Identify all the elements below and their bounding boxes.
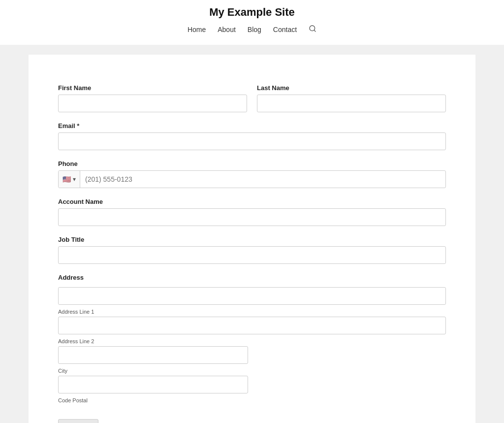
email-required-mark: * xyxy=(77,122,79,130)
phone-wrapper: 🇺🇸 ▾ xyxy=(58,170,446,188)
last-name-group: Last Name xyxy=(257,84,446,112)
address-line2-input[interactable] xyxy=(58,317,446,334)
email-label: Email * xyxy=(58,122,446,130)
submit-button[interactable]: Submit xyxy=(58,419,98,423)
page-content: First Name Last Name Email * Phone xyxy=(21,45,483,423)
address-group: Address Address Line 1 Address Line 2 Ci… xyxy=(58,274,446,405)
contact-form: First Name Last Name Email * Phone xyxy=(58,84,446,423)
last-name-label: Last Name xyxy=(257,84,446,92)
nav-blog[interactable]: Blog xyxy=(248,26,261,33)
phone-dropdown-arrow: ▾ xyxy=(73,176,76,183)
address-line1-sublabel: Address Line 1 xyxy=(58,309,446,315)
postal-sublabel: Code Postal xyxy=(58,397,446,403)
job-title-group: Job Title xyxy=(58,236,446,264)
site-header: My Example Site Home About Blog Contact xyxy=(0,0,504,45)
phone-group: Phone 🇺🇸 ▾ xyxy=(58,160,446,188)
flag-emoji: 🇺🇸 xyxy=(63,175,71,183)
city-sublabel: City xyxy=(58,368,446,374)
site-title: My Example Site xyxy=(0,6,504,19)
first-name-label: First Name xyxy=(58,84,247,92)
svg-line-1 xyxy=(314,30,315,32)
nav-about[interactable]: About xyxy=(218,26,236,33)
phone-flag-selector[interactable]: 🇺🇸 ▾ xyxy=(59,171,80,188)
email-group: Email * xyxy=(58,122,446,150)
search-icon[interactable] xyxy=(309,25,316,34)
last-name-input[interactable] xyxy=(257,95,446,112)
account-name-input[interactable] xyxy=(58,208,446,226)
main-nav: Home About Blog Contact xyxy=(0,25,504,39)
address-label: Address xyxy=(58,274,446,281)
account-name-group: Account Name xyxy=(58,198,446,226)
phone-input[interactable] xyxy=(80,171,445,187)
address-line2-sublabel: Address Line 2 xyxy=(58,338,446,344)
account-name-label: Account Name xyxy=(58,198,446,205)
city-input[interactable] xyxy=(58,346,248,364)
name-row: First Name Last Name xyxy=(58,84,446,112)
job-title-input[interactable] xyxy=(58,246,446,264)
email-input[interactable] xyxy=(58,132,446,150)
postal-input[interactable] xyxy=(58,376,248,393)
phone-label: Phone xyxy=(58,160,446,167)
first-name-group: First Name xyxy=(58,84,247,112)
nav-home[interactable]: Home xyxy=(188,26,206,33)
nav-contact[interactable]: Contact xyxy=(273,26,297,33)
first-name-input[interactable] xyxy=(58,95,247,112)
address-line1-input[interactable] xyxy=(58,287,446,305)
address-subfields: Address Line 1 Address Line 2 City Code … xyxy=(58,287,446,405)
job-title-label: Job Title xyxy=(58,236,446,243)
form-container: First Name Last Name Email * Phone xyxy=(29,55,475,423)
